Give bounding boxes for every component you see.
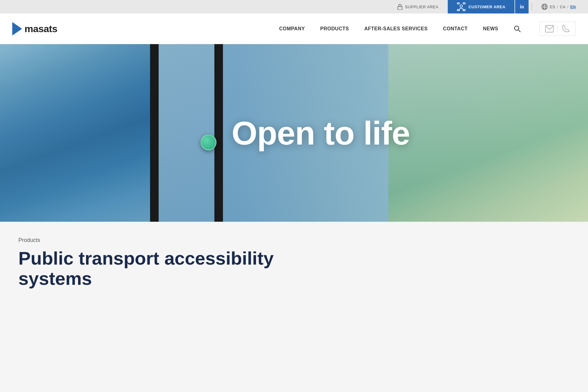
linkedin-button[interactable]: in [515,0,529,13]
lang-ca[interactable]: CA [560,5,565,9]
language-switcher[interactable]: ES / CA / EN [535,3,582,10]
supplier-area-label: SUPPLIER AREA [405,5,439,9]
lock-icon [397,4,403,10]
door-frame-left [150,44,159,222]
door-frame-center [214,44,223,222]
site-logo[interactable]: masats [12,22,57,36]
logo-text: masats [24,23,57,35]
lang-divider [532,3,532,10]
lang-en[interactable]: EN [570,5,576,9]
main-navigation: COMPANY PRODUCTS AFTER-SALES SERVICES CO… [279,25,521,32]
top-bar: SUPPLIER AREA CUSTOMER AREA in ES / CA /… [0,0,588,13]
nav-company[interactable]: COMPANY [279,26,305,32]
outdoor-bg [388,44,588,222]
logo-arrow [12,22,22,36]
site-header: masats COMPANY PRODUCTS AFTER-SALES SERV… [0,13,588,44]
page-title: Public transport accessibility systems [18,248,294,289]
email-icon[interactable] [545,25,554,32]
search-icon [514,25,521,32]
nav-products[interactable]: PRODUCTS [320,26,349,32]
glass-left [159,44,214,222]
content-section: Products Public transport accessibility … [0,222,588,301]
svg-rect-2 [463,3,465,4]
nav-contact[interactable]: CONTACT [443,26,468,32]
svg-rect-0 [398,6,402,10]
svg-rect-13 [545,25,553,32]
svg-line-12 [518,30,521,32]
svg-point-5 [460,5,462,7]
search-button[interactable] [514,25,521,32]
customer-icon [457,2,466,11]
nav-after-sales[interactable]: AFTER-SALES SERVICES [364,26,428,32]
customer-area-button[interactable]: CUSTOMER AREA [448,0,515,13]
hero-tagline: Open to life [232,115,410,152]
svg-rect-1 [457,3,459,4]
door-button [201,134,217,150]
phone-icon[interactable] [561,24,570,33]
breadcrumb[interactable]: Products [18,237,570,243]
lang-es[interactable]: ES [550,5,555,9]
globe-icon [541,3,548,10]
linkedin-label: in [520,4,524,9]
header-contact-icons [539,22,576,36]
customer-area-label: CUSTOMER AREA [469,5,506,9]
nav-news[interactable]: NEWS [483,26,498,32]
supplier-area-button[interactable]: SUPPLIER AREA [388,4,448,10]
hero-tagline-container: Open to life [232,114,410,152]
hero-section: Open to life [0,44,588,222]
icons-divider [557,26,558,32]
person-bg-left [0,44,153,222]
